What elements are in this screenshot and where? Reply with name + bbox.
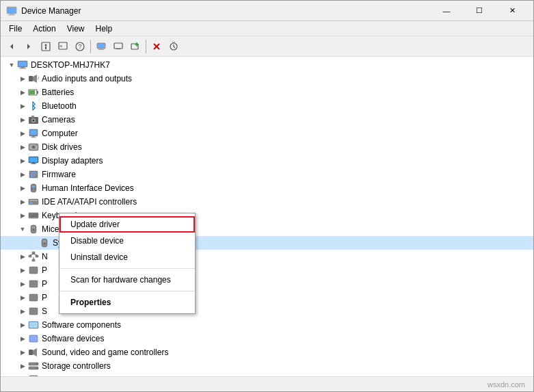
expand-keyboards[interactable]: ▶ — [17, 210, 28, 221]
close-button[interactable]: ✕ — [496, 3, 528, 19]
tree-item-disk[interactable]: ▶ Disk drives — [1, 140, 533, 154]
toolbar-properties[interactable] — [38, 38, 54, 55]
system-label: System devices — [42, 375, 99, 376]
cameras-label: Cameras — [42, 115, 75, 125]
svg-rect-93 — [29, 294, 38, 301]
software-devices-icon — [28, 333, 39, 344]
toolbar-update[interactable]: ≡ — [55, 38, 71, 55]
disk-icon — [28, 142, 39, 153]
tree-item-batteries[interactable]: ▶ Batteries — [1, 86, 533, 99]
svg-marker-101 — [33, 348, 37, 356]
toolbar-help[interactable]: ? — [72, 38, 88, 55]
svg-rect-67 — [29, 214, 31, 215]
expand-s1[interactable]: ▶ — [17, 306, 28, 317]
menu-file[interactable]: File — [3, 23, 27, 35]
p1-icon — [28, 265, 39, 276]
svg-rect-2 — [10, 14, 14, 15]
context-menu-scan[interactable]: Scan for hardware changes — [59, 272, 195, 288]
computer-label: Computer — [42, 129, 78, 138]
expand-computer[interactable]: ▶ — [17, 128, 28, 139]
context-menu-update-driver[interactable]: Update driver — [59, 216, 195, 233]
svg-rect-96 — [29, 322, 38, 328]
tree-item-cameras[interactable]: ▶ Cameras — [1, 113, 533, 127]
tree-item-audio[interactable]: ▶ ) ) Audio inputs and outputs — [1, 72, 533, 86]
expand-bluetooth[interactable]: ▶ — [17, 101, 28, 112]
svg-rect-86 — [36, 255, 38, 257]
svg-point-104 — [36, 363, 38, 365]
expand-batteries[interactable]: ▶ — [17, 87, 28, 98]
toolbar-scan-computer[interactable] — [93, 38, 109, 55]
expand-root[interactable]: ▼ — [6, 60, 17, 70]
svg-rect-69 — [33, 214, 34, 215]
toolbar-uninstall[interactable] — [148, 38, 165, 55]
tree-item-firmware[interactable]: ▶ Firmware — [1, 168, 533, 181]
display-label: Display adapters — [42, 156, 103, 166]
keyboard-icon — [28, 210, 39, 221]
storage-label: Storage controllers — [42, 361, 111, 371]
tree-panel[interactable]: ▼ DESKTOP-MHJ7HK7 ▶ — [1, 57, 533, 376]
expand-sound[interactable]: ▶ — [17, 347, 28, 358]
svg-rect-91 — [29, 267, 38, 274]
tree-item-storage[interactable]: ▶ Storage controllers — [1, 359, 533, 373]
expand-firmware[interactable]: ▶ — [17, 169, 28, 180]
maximize-button[interactable]: ☐ — [464, 3, 495, 19]
p3-icon — [28, 292, 39, 303]
p1-label: P — [42, 265, 47, 275]
svg-rect-74 — [36, 215, 37, 217]
svg-point-105 — [36, 367, 38, 369]
tree-item-hid[interactable]: ▶ Human Interface Devices — [1, 181, 533, 195]
svg-rect-15 — [100, 49, 103, 49]
tree-item-software-devices[interactable]: ▶ Software devices — [1, 332, 533, 345]
tree-item-computer[interactable]: ▶ Computer — [1, 127, 533, 140]
svg-rect-99 — [29, 335, 38, 342]
expand-system[interactable]: ▶ — [17, 374, 28, 376]
context-menu-properties[interactable]: Properties — [59, 294, 195, 311]
toolbar-scan[interactable] — [165, 38, 182, 55]
svg-rect-92 — [29, 280, 38, 287]
expand-p2[interactable]: ▶ — [17, 278, 28, 289]
expand-storage[interactable]: ▶ — [17, 361, 28, 371]
expand-software-components[interactable]: ▶ — [17, 319, 28, 330]
svg-point-79 — [33, 229, 34, 231]
context-menu-uninstall[interactable]: Uninstall device — [59, 249, 195, 265]
toolbar-device-add[interactable] — [127, 38, 144, 55]
tree-item-system[interactable]: ▶ System devices — [1, 373, 533, 376]
context-menu-disable[interactable]: Disable device — [59, 233, 195, 249]
expand-disk[interactable]: ▶ — [17, 142, 28, 153]
expand-ide[interactable]: ▶ — [17, 196, 28, 207]
svg-marker-5 — [27, 44, 30, 49]
tree-item-sound[interactable]: ▶ Sound, video and game controllers — [1, 345, 533, 359]
minimize-button[interactable]: — — [431, 3, 462, 19]
menu-help[interactable]: Help — [90, 23, 118, 35]
window-title: Device Manager — [21, 6, 431, 16]
sound-icon — [28, 347, 39, 358]
svg-rect-34 — [29, 90, 35, 94]
toolbar-back[interactable] — [3, 38, 20, 55]
tree-root[interactable]: ▼ DESKTOP-MHJ7HK7 — [1, 58, 533, 72]
tree-item-ide[interactable]: ▶ IDE ATA/ATAPI controllers — [1, 195, 533, 209]
menu-action[interactable]: Action — [27, 23, 61, 35]
svg-rect-73 — [31, 215, 35, 217]
tree-item-display[interactable]: ▶ Display adapters — [1, 154, 533, 168]
toolbar-display-view[interactable] — [110, 38, 126, 55]
p2-label: P — [42, 279, 47, 289]
expand-software-devices[interactable]: ▶ — [17, 333, 28, 344]
expand-network[interactable]: ▶ — [17, 251, 28, 262]
tree-item-bluetooth[interactable]: ▶ ᛒ Bluetooth — [1, 99, 533, 113]
expand-audio[interactable]: ▶ — [17, 73, 28, 84]
expand-p1[interactable]: ▶ — [17, 265, 28, 276]
expand-cameras[interactable]: ▶ — [17, 114, 28, 125]
svg-rect-106 — [29, 376, 38, 376]
expand-display[interactable]: ▶ — [17, 155, 28, 166]
svg-rect-84 — [32, 252, 35, 254]
camera-icon — [28, 114, 39, 125]
firmware-icon — [28, 169, 39, 180]
expand-mice[interactable]: ▼ — [17, 224, 28, 235]
svg-point-83 — [44, 243, 45, 244]
toolbar-forward[interactable] — [21, 38, 37, 55]
toolbar-sep-2 — [146, 40, 146, 53]
menu-view[interactable]: View — [62, 23, 90, 35]
expand-p3[interactable]: ▶ — [17, 292, 28, 303]
expand-hid[interactable]: ▶ — [17, 183, 28, 194]
tree-item-software-components[interactable]: ▶ Software components — [1, 318, 533, 332]
